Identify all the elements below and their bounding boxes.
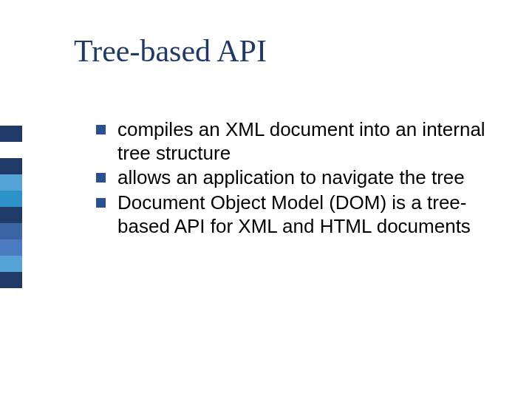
sidebar-block (0, 288, 22, 304)
slide-title: Tree-based API (74, 33, 267, 69)
sidebar-block (0, 272, 22, 288)
sidebar-block (0, 174, 22, 191)
bullet-text: allows an application to navigate the tr… (117, 166, 495, 190)
sidebar-block (0, 158, 22, 174)
sidebar-block (0, 256, 22, 272)
sidebar-block (0, 223, 22, 239)
sidebar-block (0, 239, 22, 256)
bullet-item: Document Object Model (DOM) is a tree-ba… (96, 191, 495, 238)
square-bullet-icon (96, 198, 106, 208)
square-bullet-icon (96, 125, 106, 134)
sidebar-block (0, 191, 22, 207)
sidebar-block (0, 126, 22, 142)
decorative-sidebar (0, 126, 22, 304)
bullet-text: Document Object Model (DOM) is a tree-ba… (117, 191, 495, 238)
bullet-text: compiles an XML document into an interna… (117, 118, 495, 165)
bullet-list: compiles an XML document into an interna… (96, 118, 495, 240)
bullet-item: compiles an XML document into an interna… (96, 118, 495, 165)
sidebar-block (0, 207, 22, 223)
square-bullet-icon (96, 173, 106, 183)
bullet-item: allows an application to navigate the tr… (96, 166, 495, 190)
sidebar-block (0, 142, 22, 158)
